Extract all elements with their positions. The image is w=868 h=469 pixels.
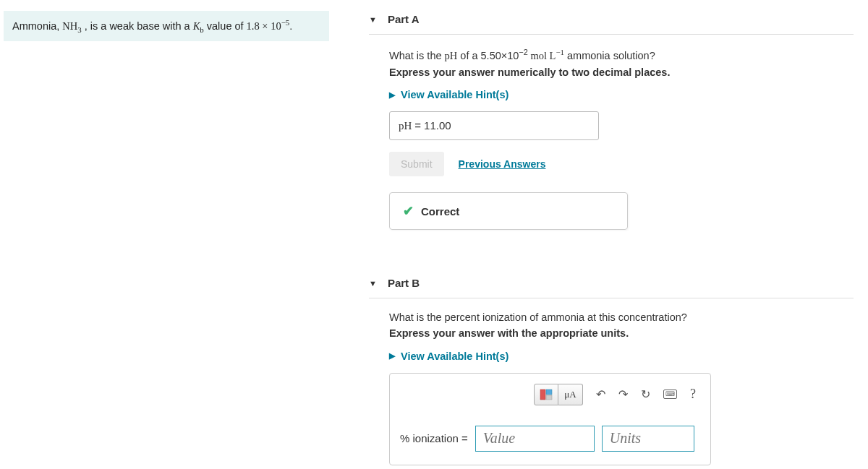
previous-answers-link[interactable]: Previous Answers xyxy=(459,158,546,170)
keyboard-icon[interactable]: ⌨ xyxy=(663,390,677,399)
caret-right-icon: ▶ xyxy=(389,351,395,361)
hints-label: View Available Hint(s) xyxy=(401,89,509,100)
caret-down-icon: ▼ xyxy=(369,15,377,24)
correct-label: Correct xyxy=(421,205,459,218)
svg-rect-2 xyxy=(546,395,552,400)
info-kb: Kb xyxy=(193,20,204,32)
answer-label: pH xyxy=(399,120,412,132)
info-formula: NH3 xyxy=(62,20,81,32)
check-icon: ✔ xyxy=(403,203,414,219)
part-b-body: What is the percent ionization of ammoni… xyxy=(369,298,854,469)
part-b-title: Part B xyxy=(388,277,420,289)
format-buttons: μA xyxy=(534,384,583,405)
part-b-question: What is the percent ionization of ammoni… xyxy=(389,311,854,323)
info-value: 1.8 × 10−5 xyxy=(247,20,290,32)
info-end: . xyxy=(289,20,292,32)
part-a-answer-box: pH = 11.00 xyxy=(389,111,599,140)
part-b-hints-toggle[interactable]: ▶ View Available Hint(s) xyxy=(389,350,509,362)
help-icon[interactable]: ? xyxy=(690,387,696,402)
part-b-instruction: Express your answer with the appropriate… xyxy=(389,327,854,339)
hints-label: View Available Hint(s) xyxy=(401,350,509,362)
answer-eq: = xyxy=(414,119,421,132)
answer-value: 11.00 xyxy=(424,119,451,132)
part-a-header[interactable]: ▼ Part A xyxy=(369,6,854,35)
input-toolbar: μA ↶ ↷ ↻ ⌨ ? xyxy=(400,384,700,416)
part-a-hints-toggle[interactable]: ▶ View Available Hint(s) xyxy=(389,89,509,100)
value-input[interactable] xyxy=(475,426,595,452)
reset-icon[interactable]: ↻ xyxy=(641,387,650,401)
svg-rect-1 xyxy=(546,390,552,395)
units-input[interactable] xyxy=(602,426,694,452)
problem-statement: Ammonia, NH3 , is a weak base with a Kb … xyxy=(4,11,329,41)
symbols-button[interactable]: μA xyxy=(558,384,583,405)
templates-button[interactable] xyxy=(534,384,558,405)
info-mid: , is a weak base with a xyxy=(82,20,193,32)
part-a-body: What is the pH of a 5.50×10−2 mol L−1 am… xyxy=(369,35,854,248)
caret-right-icon: ▶ xyxy=(389,90,395,100)
part-a-question: What is the pH of a 5.50×10−2 mol L−1 am… xyxy=(389,48,854,62)
part-a-title: Part A xyxy=(388,13,420,25)
svg-rect-0 xyxy=(540,390,545,400)
part-b-header[interactable]: ▼ Part B xyxy=(369,270,854,298)
templates-icon xyxy=(540,389,553,400)
info-text-pre: Ammonia, xyxy=(12,20,62,32)
undo-icon[interactable]: ↶ xyxy=(596,387,605,401)
part-b-input-card: μA ↶ ↷ ↻ ⌨ ? % ionization = xyxy=(389,373,711,465)
part-a-instruction: Express your answer numerically to two d… xyxy=(389,66,854,78)
submit-button: Submit xyxy=(389,152,444,176)
caret-down-icon: ▼ xyxy=(369,279,377,288)
info-mid2: value of xyxy=(204,20,247,32)
redo-icon[interactable]: ↷ xyxy=(618,387,628,401)
ionization-label: % ionization = xyxy=(400,432,468,444)
feedback-correct: ✔ Correct xyxy=(389,192,628,230)
